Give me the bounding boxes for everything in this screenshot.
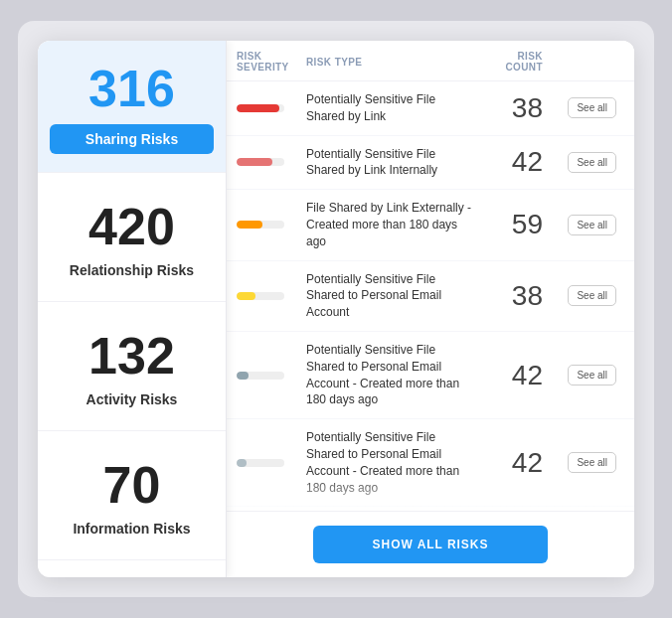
severity-bar-wrap (237, 292, 284, 300)
sidebar-number-sharing: 316 (88, 63, 175, 114)
risk-count: 59 (473, 209, 553, 240)
risk-action-col: See all (553, 152, 616, 173)
risk-action-col: See all (553, 365, 616, 386)
sidebar-label-information: Information Risks (73, 521, 190, 537)
severity-bar-wrap (237, 104, 284, 112)
col-header-type: RISK TYPE (306, 57, 473, 68)
sidebar-item-relationship[interactable]: 420Relationship Risks (38, 173, 226, 302)
outer-container: 316Sharing Risks420Relationship Risks132… (18, 21, 654, 597)
risk-count: 42 (473, 447, 553, 479)
see-all-button[interactable]: See all (568, 215, 616, 235)
sidebar-item-sharing[interactable]: 316Sharing Risks (38, 41, 226, 173)
severity-bar-wrap (237, 158, 284, 166)
severity-bar (237, 104, 279, 112)
table-row: Potentially Sensitive File Shared to Per… (227, 419, 634, 507)
severity-bar-col (237, 372, 306, 380)
severity-bar-wrap (237, 221, 284, 229)
risk-type-text: File Shared by Link Externally - Created… (306, 200, 473, 249)
sidebar-label-sharing: Sharing Risks (50, 124, 214, 154)
sidebar-number-relationship: 420 (88, 201, 175, 252)
severity-bar-wrap (237, 459, 284, 467)
risk-action-col: See all (553, 285, 616, 306)
see-all-button[interactable]: See all (568, 152, 616, 173)
content-panel: RISK SEVERITY RISK TYPE RISKCOUNT Potent… (227, 41, 634, 577)
severity-bar (237, 459, 247, 467)
severity-bar (237, 292, 255, 300)
col-header-severity: RISK SEVERITY (237, 51, 306, 73)
sidebar-label-relationship: Relationship Risks (70, 262, 194, 278)
table-row: Potentially Sensitive File Shared to Per… (227, 332, 634, 419)
severity-bar-wrap (237, 372, 284, 380)
sidebar-number-activity: 132 (88, 330, 175, 382)
table-row: File Shared by Link Externally - Created… (227, 190, 634, 260)
table-row: Potentially Sensitive File Shared by Lin… (227, 81, 634, 136)
risk-type-text: Potentially Sensitive File Shared by Lin… (306, 146, 473, 180)
risk-count: 42 (473, 146, 553, 178)
show-all-button[interactable]: SHOW ALL RISKS (313, 526, 549, 563)
see-all-button[interactable]: See all (568, 97, 616, 118)
main-card: 316Sharing Risks420Relationship Risks132… (38, 41, 634, 577)
table-row: Potentially Sensitive File Shared to Per… (227, 507, 634, 511)
sidebar-item-information[interactable]: 70Information Risks (38, 431, 226, 560)
sidebar-item-activity[interactable]: 132Activity Risks (38, 302, 226, 431)
risk-action-col: See all (553, 215, 616, 235)
severity-bar-col (237, 104, 306, 112)
show-all-row: SHOW ALL RISKS (227, 511, 634, 577)
see-all-button[interactable]: See all (568, 452, 616, 473)
severity-bar-col (237, 221, 306, 229)
table-header: RISK SEVERITY RISK TYPE RISKCOUNT (227, 41, 634, 81)
risk-table-body: Potentially Sensitive File Shared by Lin… (227, 81, 634, 511)
risk-type-text: Potentially Sensitive File Shared by Lin… (306, 91, 473, 125)
risk-action-col: See all (553, 97, 616, 118)
risk-type-text: Potentially Sensitive File Shared to Per… (306, 429, 473, 496)
severity-bar-col (237, 158, 306, 166)
severity-bar-col (237, 459, 306, 467)
risk-count: 38 (473, 92, 553, 124)
severity-bar-col (237, 292, 306, 300)
col-header-count: RISKCOUNT (473, 51, 553, 73)
risk-type-text: Potentially Sensitive File Shared to Per… (306, 271, 473, 321)
risk-type-text: Potentially Sensitive File Shared to Per… (306, 342, 473, 408)
table-row: Potentially Sensitive File Shared by Lin… (227, 136, 634, 191)
risk-count: 38 (473, 280, 553, 312)
severity-bar (237, 372, 249, 380)
table-row: Potentially Sensitive File Shared to Per… (227, 261, 634, 332)
risk-action-col: See all (553, 452, 616, 473)
severity-bar (237, 158, 272, 166)
sidebar: 316Sharing Risks420Relationship Risks132… (38, 41, 227, 577)
see-all-button[interactable]: See all (568, 365, 616, 386)
sidebar-number-information: 70 (103, 459, 161, 511)
risk-count: 42 (473, 360, 553, 391)
sidebar-label-activity: Activity Risks (86, 391, 178, 407)
see-all-button[interactable]: See all (568, 285, 616, 306)
severity-bar (237, 221, 262, 229)
